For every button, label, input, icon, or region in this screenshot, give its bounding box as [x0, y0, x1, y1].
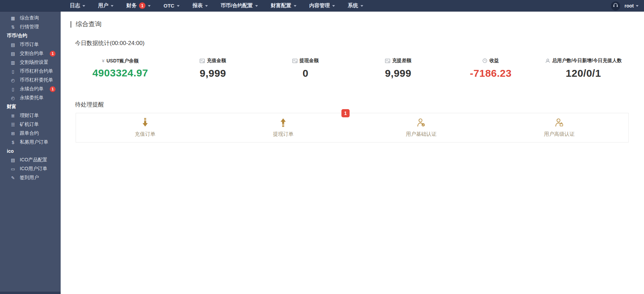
- stat-label: 收益: [489, 58, 499, 64]
- page-title-row: 综合查询: [70, 20, 644, 29]
- menu-label: 报表: [193, 2, 203, 9]
- sidebar-item-label: 矿机订单: [20, 121, 39, 128]
- menu-item-logs[interactable]: 日志: [63, 0, 92, 11]
- chevron-down-icon: [361, 5, 363, 8]
- topbar: 日志 用户 财务 1 OTC 报表 币币/合约配置 财富配置 内容: [0, 0, 644, 12]
- sidebar-item-wealth-orders[interactable]: ≣ 理财订单: [0, 111, 61, 120]
- user-menu[interactable]: root: [625, 3, 639, 9]
- reminder-recharge-orders[interactable]: 充值订单: [76, 113, 214, 142]
- sidebar: ▦ 综合查询 ⇅ 行情管理 币币/合约 ▤ 币币订单 ▤ 交割合约单 1 ▥ 交…: [0, 12, 61, 294]
- menu-label: 财富配置: [271, 2, 291, 9]
- tablet-icon: ▯: [10, 87, 16, 92]
- sidebar-item-label: 币币杠杆委托单: [20, 77, 53, 83]
- stats-section-heading: 今日数据统计(00:00-24:00): [75, 39, 644, 47]
- stat-user-counts: 总用户数/今日新增/今日充值人数 120/0/1: [537, 58, 630, 79]
- stat-value: 0: [259, 68, 352, 79]
- stat-value: 9,999: [167, 68, 259, 79]
- grid-icon: ▦: [10, 16, 16, 21]
- arrow-down-icon: [141, 118, 149, 128]
- sidebar-item-checkin-users[interactable]: ✎ 签到用户: [0, 173, 61, 182]
- stat-label: 充提差额: [392, 58, 411, 64]
- sidebar-item-private-user-orders[interactable]: $ 私募用户订单: [0, 138, 61, 147]
- reminder-withdraw-orders[interactable]: 提现订单: [214, 113, 352, 142]
- sidebar-item-label: 私募用户订单: [20, 139, 48, 145]
- chevron-down-icon: [636, 5, 639, 8]
- money-check-icon: [200, 59, 205, 63]
- topbar-menus: 日志 用户 财务 1 OTC 报表 币币/合约配置 财富配置 内容: [63, 0, 370, 11]
- menu-item-wealth-config[interactable]: 财富配置: [264, 0, 303, 11]
- market-sort-icon: ⇅: [10, 25, 16, 30]
- page-title: 综合查询: [76, 20, 102, 29]
- reminder-label: 用户高级认证: [544, 131, 574, 137]
- stat-value: 4903324.97: [74, 67, 167, 79]
- section-label: ico: [7, 148, 14, 154]
- chevron-down-icon: [148, 5, 151, 8]
- money-check-icon: [292, 59, 297, 63]
- stats-row: ¥ USDT账户余额 4903324.97 充值金额 9,999 提现金额 0: [74, 58, 630, 79]
- sidebar-item-coin-leverage-contract-orders[interactable]: ▯ 币币杠杆合约单: [0, 67, 61, 76]
- sidebar-item-miner-orders[interactable]: ☰ 矿机订单: [0, 120, 61, 129]
- support-button[interactable]: [611, 1, 620, 11]
- menu-label: 币币/合约配置: [221, 2, 253, 9]
- sidebar-item-copy-trade-contract[interactable]: ⊞ 跟单合约: [0, 129, 61, 138]
- sidebar-item-label: 永续合约单: [20, 86, 44, 92]
- calendar-clock-icon: ◴: [10, 78, 16, 83]
- stat-profit: 收益 -7186.23: [444, 58, 537, 79]
- sidebar-item-label: 交割场控设置: [20, 59, 48, 65]
- clock-icon: [482, 58, 487, 63]
- sidebar-item-label: 理财订单: [20, 113, 39, 119]
- sidebar-item-label: ICO用户订单: [20, 166, 47, 172]
- stat-value: 9,999: [352, 68, 445, 79]
- sidebar-item-perpetual-entrust-orders[interactable]: ◴ 永续委托单: [0, 93, 61, 102]
- sidebar-item-delivery-control-settings[interactable]: ▥ 交割场控设置: [0, 58, 61, 67]
- headset-icon: [613, 3, 618, 9]
- chevron-down-icon: [177, 5, 180, 8]
- notification-badge: 1: [139, 2, 145, 9]
- menu-item-system[interactable]: 系统: [341, 0, 370, 11]
- sidebar-section-coin-contract: 币币/合约: [0, 31, 61, 40]
- user-badge-icon: [555, 118, 564, 128]
- menu-label: OTC: [164, 3, 174, 9]
- calendar-clock-icon: ◴: [10, 95, 16, 101]
- menu-item-otc[interactable]: OTC: [157, 0, 186, 11]
- sidebar-section-wealth: 财富: [0, 102, 61, 111]
- stat-label: USDT账户余额: [106, 58, 138, 64]
- books-icon: ≣: [10, 113, 16, 118]
- menu-item-finance[interactable]: 财务 1: [120, 0, 157, 11]
- sidebar-item-coin-orders[interactable]: ▤ 币币订单: [0, 40, 61, 49]
- reminder-user-basic-auth[interactable]: 用户基础认证: [352, 113, 490, 142]
- menu-label: 日志: [70, 2, 80, 9]
- menu-label: 用户: [98, 2, 108, 9]
- reminder-user-advanced-auth[interactable]: 用户高级认证: [490, 113, 628, 142]
- stat-recharge-withdraw-diff: 充提差额 9,999: [352, 58, 445, 79]
- stat-recharge-amount: 充值金额 9,999: [167, 58, 259, 79]
- sidebar-scrollbar[interactable]: [0, 292, 61, 294]
- chevron-down-icon: [332, 5, 335, 8]
- sidebar-item-label: 币币杠杆合约单: [20, 68, 53, 74]
- sidebar-item-label: 综合查询: [20, 15, 39, 21]
- sidebar-item-market-management[interactable]: ⇅ 行情管理: [0, 23, 61, 31]
- users-icon: [545, 59, 550, 63]
- menu-item-coin-contract-config[interactable]: 币币/合约配置: [214, 0, 264, 11]
- sidebar-item-ico-product-config[interactable]: ▤ ICO产品配置: [0, 156, 61, 164]
- menu-label: 财务: [126, 2, 137, 9]
- sidebar-item-label: ICO产品配置: [20, 157, 47, 163]
- withdraw-pending-badge: 1: [341, 109, 350, 117]
- menu-item-reports[interactable]: 报表: [186, 0, 214, 11]
- stat-value: 120/0/1: [537, 68, 630, 79]
- user-check-icon: [417, 118, 426, 128]
- sidebar-item-perpetual-contract-orders[interactable]: ▯ 永续合约单 1: [0, 85, 61, 93]
- main-content: 综合查询 今日数据统计(00:00-24:00) ¥ USDT账户余额 4903…: [61, 12, 644, 294]
- reminder-section-heading: 待处理提醒: [75, 101, 644, 108]
- sidebar-item-delivery-contract-orders[interactable]: ▤ 交割合约单 1: [0, 49, 61, 58]
- menu-item-users[interactable]: 用户: [92, 0, 120, 11]
- stat-label: 充值金额: [207, 58, 226, 64]
- reminder-card: 充值订单 提现订单 用户基础认证 用户高级认证 1: [76, 113, 629, 143]
- section-label: 币币/合约: [7, 33, 27, 39]
- sidebar-item-ico-user-orders[interactable]: ▭ ICO用户订单: [0, 164, 61, 173]
- menu-label: 内容管理: [309, 2, 330, 9]
- sidebar-item-composite-query[interactable]: ▦ 综合查询: [0, 14, 61, 23]
- menu-item-content-management[interactable]: 内容管理: [303, 0, 341, 11]
- stat-label: 提现金额: [300, 58, 319, 64]
- sidebar-item-coin-leverage-entrust-orders[interactable]: ◴ 币币杠杆委托单: [0, 76, 61, 85]
